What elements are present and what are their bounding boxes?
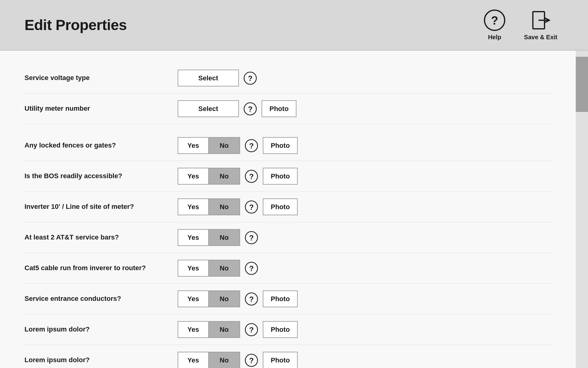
help-icon-button-bos-accessible[interactable]: ? — [244, 169, 259, 184]
scrollbar-thumb[interactable] — [576, 57, 588, 112]
row-controls-att-service-bars: YesNo ? — [178, 229, 259, 246]
help-button[interactable]: ? Help — [484, 9, 506, 41]
row-controls-service-voltage-type: Select ? — [178, 70, 258, 86]
yes-button-any-locked-fences[interactable]: Yes — [178, 138, 209, 153]
question-icon: ? — [245, 323, 258, 336]
question-icon: ? — [245, 170, 258, 183]
photo-button-any-locked-fences[interactable]: Photo — [263, 137, 298, 154]
no-button-att-service-bars[interactable]: No — [209, 230, 239, 245]
section-gap — [24, 124, 551, 130]
row-controls-utility-meter-number: Select ? Photo — [178, 100, 296, 117]
select-button-service-voltage-type[interactable]: Select — [178, 70, 239, 86]
row-controls-service-entrance-conductors: YesNo ? Photo — [178, 290, 298, 307]
row-label-service-voltage-type: Service voltage type — [24, 74, 178, 82]
header-actions: ? Help Save & Exit — [484, 9, 570, 41]
help-label: Help — [488, 34, 501, 41]
svg-text:?: ? — [249, 356, 254, 365]
svg-text:?: ? — [249, 264, 254, 273]
form-rows-container: Service voltage typeSelect ? Utility met… — [24, 63, 551, 368]
select-button-utility-meter-number[interactable]: Select — [178, 100, 239, 117]
no-button-inverter-line-of-site[interactable]: No — [209, 199, 239, 215]
yes-button-cat5-cable-run[interactable]: Yes — [178, 260, 209, 276]
svg-text:?: ? — [249, 172, 254, 181]
yes-button-bos-accessible[interactable]: Yes — [178, 168, 209, 184]
scrollbar-track[interactable] — [576, 51, 588, 368]
svg-text:?: ? — [249, 142, 254, 150]
svg-text:?: ? — [249, 326, 254, 334]
form-row-service-entrance-conductors: Service entrance conductors?YesNo ? Phot… — [24, 284, 551, 314]
yes-no-group-lorem-ipsum-2: YesNo — [178, 352, 240, 368]
row-label-lorem-ipsum-1: Lorem ipsum dolor? — [24, 325, 178, 334]
no-button-any-locked-fences[interactable]: No — [209, 138, 239, 153]
photo-button-lorem-ipsum-1[interactable]: Photo — [263, 321, 298, 338]
yes-no-group-inverter-line-of-site: YesNo — [178, 198, 240, 215]
question-icon: ? — [245, 200, 258, 214]
form-row-bos-accessible: Is the BOS readily accessible?YesNo ? Ph… — [24, 161, 551, 192]
yes-button-lorem-ipsum-2[interactable]: Yes — [178, 352, 209, 368]
photo-button-bos-accessible[interactable]: Photo — [263, 168, 298, 185]
yes-button-service-entrance-conductors[interactable]: Yes — [178, 291, 209, 307]
question-icon: ? — [245, 292, 258, 306]
save-exit-button[interactable]: Save & Exit — [524, 9, 557, 41]
save-exit-label: Save & Exit — [524, 34, 557, 41]
question-icon: ? — [245, 231, 258, 244]
help-icon-button-service-entrance-conductors[interactable]: ? — [244, 291, 259, 307]
svg-text:?: ? — [249, 295, 254, 303]
photo-button-inverter-line-of-site[interactable]: Photo — [263, 198, 298, 215]
row-controls-any-locked-fences: YesNo ? Photo — [178, 137, 298, 154]
help-icon-button-inverter-line-of-site[interactable]: ? — [244, 199, 259, 215]
svg-text:?: ? — [248, 105, 253, 113]
form-row-lorem-ipsum-1: Lorem ipsum dolor?YesNo ? Photo — [24, 314, 551, 345]
svg-text:?: ? — [248, 74, 253, 82]
yes-button-lorem-ipsum-1[interactable]: Yes — [178, 322, 209, 337]
row-label-cat5-cable-run: Cat5 cable run from inverer to router? — [24, 264, 178, 273]
main-content: Service voltage typeSelect ? Utility met… — [0, 51, 588, 368]
form-row-inverter-line-of-site: Inverter 10' / Line of site of meter?Yes… — [24, 192, 551, 222]
help-icon-button-utility-meter-number[interactable]: ? — [243, 101, 258, 117]
form-area: Service voltage typeSelect ? Utility met… — [0, 51, 576, 368]
question-icon: ? — [245, 262, 258, 275]
photo-button-lorem-ipsum-2[interactable]: Photo — [263, 352, 298, 368]
no-button-service-entrance-conductors[interactable]: No — [209, 291, 239, 307]
row-label-service-entrance-conductors: Service entrance conductors? — [24, 294, 178, 303]
no-button-lorem-ipsum-2[interactable]: No — [209, 352, 239, 368]
help-icon: ? — [484, 9, 506, 31]
help-icon-button-service-voltage-type[interactable]: ? — [243, 71, 258, 86]
form-row-att-service-bars: At least 2 AT&T service bars?YesNo ? — [24, 222, 551, 253]
no-button-bos-accessible[interactable]: No — [209, 168, 239, 184]
row-controls-lorem-ipsum-2: YesNo ? Photo — [178, 352, 298, 368]
row-label-att-service-bars: At least 2 AT&T service bars? — [24, 233, 178, 242]
yes-button-att-service-bars[interactable]: Yes — [178, 230, 209, 245]
help-icon-button-lorem-ipsum-1[interactable]: ? — [244, 322, 259, 337]
yes-no-group-service-entrance-conductors: YesNo — [178, 290, 240, 307]
help-icon-button-att-service-bars[interactable]: ? — [244, 230, 259, 245]
photo-button-utility-meter-number[interactable]: Photo — [262, 100, 296, 117]
help-icon-button-lorem-ipsum-2[interactable]: ? — [244, 353, 259, 368]
no-button-cat5-cable-run[interactable]: No — [209, 260, 239, 276]
yes-no-group-lorem-ipsum-1: YesNo — [178, 321, 240, 338]
row-label-bos-accessible: Is the BOS readily accessible? — [24, 172, 178, 181]
row-label-inverter-line-of-site: Inverter 10' / Line of site of meter? — [24, 202, 178, 211]
form-row-utility-meter-number: Utility meter numberSelect ? Photo — [24, 94, 551, 124]
header: Edit Properties ? Help Save & Exit — [0, 0, 588, 51]
form-row-any-locked-fences: Any locked fences or gates?YesNo ? Photo — [24, 130, 551, 161]
help-icon-button-any-locked-fences[interactable]: ? — [244, 138, 259, 153]
yes-no-group-att-service-bars: YesNo — [178, 229, 240, 246]
help-icon-button-cat5-cable-run[interactable]: ? — [244, 261, 259, 276]
yes-no-group-any-locked-fences: YesNo — [178, 137, 240, 154]
question-icon: ? — [245, 354, 258, 367]
row-label-lorem-ipsum-2: Lorem ipsum dolor? — [24, 356, 178, 365]
no-button-lorem-ipsum-1[interactable]: No — [209, 322, 239, 337]
save-exit-icon — [530, 9, 552, 31]
row-label-any-locked-fences: Any locked fences or gates? — [24, 141, 178, 150]
question-icon: ? — [243, 71, 257, 85]
question-icon: ? — [243, 102, 257, 116]
form-row-lorem-ipsum-2: Lorem ipsum dolor?YesNo ? Photo — [24, 345, 551, 368]
photo-button-service-entrance-conductors[interactable]: Photo — [263, 290, 298, 307]
row-controls-inverter-line-of-site: YesNo ? Photo — [178, 198, 298, 215]
form-row-service-voltage-type: Service voltage typeSelect ? — [24, 63, 551, 94]
row-controls-lorem-ipsum-1: YesNo ? Photo — [178, 321, 298, 338]
yes-no-group-cat5-cable-run: YesNo — [178, 260, 240, 277]
yes-button-inverter-line-of-site[interactable]: Yes — [178, 199, 209, 215]
svg-text:?: ? — [249, 203, 254, 211]
